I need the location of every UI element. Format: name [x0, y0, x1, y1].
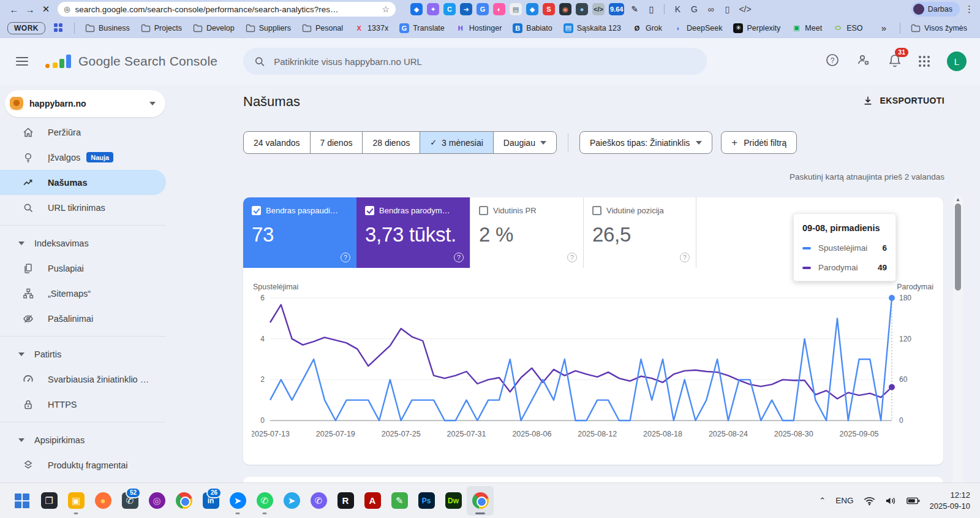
- bookmark-item[interactable]: Pesonal: [302, 23, 343, 33]
- bookmark-item[interactable]: ▤Sąskaita 123: [564, 23, 621, 33]
- dark-sphere-extension-icon[interactable]: ●: [576, 3, 588, 15]
- performance-chart[interactable]: 0026041206180SpustelėjimaiParodymai2025-…: [252, 282, 935, 445]
- notifications-bell-icon[interactable]: 31: [888, 53, 902, 70]
- whatsapp-icon[interactable]: ✆: [251, 486, 278, 516]
- tab-group-work[interactable]: WORK: [7, 22, 45, 34]
- date-chip-24-valandos[interactable]: 24 valandos: [244, 132, 311, 153]
- date-chip-3-mėnesiai[interactable]: ✓3 mėnesiai: [420, 132, 494, 153]
- help-icon[interactable]: ?: [826, 53, 839, 69]
- gsc-logo-icon[interactable]: [45, 55, 71, 68]
- file-explorer-icon[interactable]: ▣: [62, 486, 89, 516]
- devtools-icon[interactable]: </>: [737, 3, 752, 15]
- chrome-icon[interactable]: [170, 486, 197, 516]
- dreamweaver-icon[interactable]: Dw: [440, 486, 467, 516]
- date-chip-28-dienos[interactable]: 28 dienos: [363, 132, 420, 153]
- property-selector[interactable]: happybarn.no: [5, 90, 165, 117]
- blue-c-extension-icon[interactable]: C: [443, 3, 456, 15]
- mirc-icon[interactable]: R: [332, 486, 359, 516]
- acrobat-icon[interactable]: A: [359, 486, 386, 516]
- bookmarks-overflow-icon[interactable]: »: [881, 23, 886, 33]
- wifi-icon[interactable]: [864, 496, 875, 506]
- bookmark-item[interactable]: ◗DeepSeek: [673, 23, 722, 33]
- search-input[interactable]: [274, 56, 696, 67]
- telegram-icon[interactable]: ➤: [278, 486, 305, 516]
- scroll-up-icon[interactable]: ▲: [953, 195, 963, 202]
- settings-user-icon[interactable]: [856, 53, 871, 70]
- sidebar-item-puslapiai[interactable]: Puslapiai: [0, 256, 178, 281]
- editor-icon[interactable]: ✎: [386, 486, 413, 516]
- notes-extension-icon[interactable]: ▤: [510, 3, 522, 15]
- bookmark-item[interactable]: ▣Meet: [791, 23, 822, 33]
- price-tag-extension-icon[interactable]: ◆: [526, 3, 538, 15]
- sidebar-item-https[interactable]: HTTPS: [0, 392, 178, 417]
- sidebar-section-apsipirkimas[interactable]: Apsipirkimas: [0, 427, 178, 452]
- url-inspect-search[interactable]: [243, 48, 707, 75]
- metric-checkbox[interactable]: [252, 206, 261, 215]
- bookmark-item[interactable]: HHostinger: [456, 23, 502, 33]
- metric-tile-3[interactable]: Vidutinis PR2 %?: [470, 197, 583, 268]
- google-apps-icon[interactable]: [919, 56, 930, 67]
- export-button[interactable]: EKSPORTUOTI: [862, 95, 944, 106]
- photoshop-icon[interactable]: Ps: [413, 486, 440, 516]
- bookmark-star-icon[interactable]: ☆: [382, 4, 390, 14]
- bookmark-item[interactable]: GTranslate: [399, 23, 445, 33]
- help-icon[interactable]: ?: [680, 253, 690, 262]
- translate-extension-icon[interactable]: G: [477, 3, 489, 15]
- bookmark-item[interactable]: BBabiato: [513, 23, 552, 33]
- password-key-icon[interactable]: K: [671, 3, 684, 15]
- metric-checkbox[interactable]: [365, 206, 374, 215]
- bookmark-item[interactable]: Suppliers: [246, 23, 291, 33]
- metric-tile-2[interactable]: Bendras parodym…3,73 tūkst.?: [356, 197, 470, 268]
- task-view-icon[interactable]: ❐: [36, 486, 62, 516]
- stop-icon[interactable]: ✕: [38, 4, 54, 15]
- sidebar-item--valgos[interactable]: ĮžvalgosNauja: [0, 145, 178, 170]
- bookmark-item[interactable]: Develop: [193, 23, 235, 33]
- pagespeed-score-extension-icon[interactable]: 9.64: [609, 3, 624, 15]
- link-icon[interactable]: ∞: [704, 3, 717, 15]
- bookmark-item[interactable]: ØGrok: [632, 23, 662, 33]
- bookmark-item[interactable]: Projects: [141, 23, 182, 33]
- eyedropper-extension-icon[interactable]: ✎: [628, 3, 641, 15]
- share-extension-icon[interactable]: ➔: [460, 3, 472, 15]
- date-chip-daugiau[interactable]: Daugiau: [494, 132, 556, 153]
- sidebar-item-na-umas[interactable]: Našumas: [0, 170, 166, 195]
- sidebar-item-pa-alinimai[interactable]: Pašalinimai: [0, 306, 178, 331]
- bookmark-item[interactable]: ✳Perplexity: [733, 23, 780, 33]
- trash-icon[interactable]: ▯: [721, 3, 733, 15]
- clock[interactable]: 12:12 2025-09-10: [930, 490, 971, 511]
- bookmark-item[interactable]: Business: [85, 23, 130, 33]
- chrome-active-icon[interactable]: [467, 486, 494, 516]
- metric-checkbox[interactable]: [479, 206, 488, 215]
- bookmark-all-bookmarks[interactable]: Visos žymės: [911, 23, 967, 33]
- puzzle-extension-icon[interactable]: ✦: [427, 3, 439, 15]
- menu-hamburger-icon[interactable]: [16, 57, 28, 66]
- sidebar-item-svarbiausia-iniatinklio-[interactable]: Svarbiausia žiniatinklio …: [0, 367, 178, 392]
- search-type-chip[interactable]: Paieškos tipas: Žiniatinklis: [579, 131, 712, 154]
- volume-icon[interactable]: [885, 496, 897, 506]
- sidebar-section-patirtis[interactable]: Patirtis: [0, 341, 178, 367]
- page-scrollbar[interactable]: ▲: [953, 195, 963, 482]
- messenger-icon[interactable]: ➤: [224, 486, 251, 516]
- scrollbar-thumb[interactable]: [955, 204, 961, 291]
- viber-icon[interactable]: ✆: [305, 486, 332, 516]
- color-wheel-extension-icon[interactable]: ◐: [493, 3, 505, 15]
- account-avatar[interactable]: L: [947, 51, 967, 71]
- url-text[interactable]: search.google.com/search-console/perform…: [75, 5, 378, 14]
- code-extension-icon[interactable]: </>: [592, 3, 605, 15]
- sidebar-item--sitemaps-[interactable]: „Sitemaps“: [0, 281, 178, 306]
- help-icon[interactable]: ?: [454, 253, 464, 262]
- seo-extension-icon[interactable]: S: [543, 3, 555, 15]
- clipboard-extension-icon[interactable]: ▯: [645, 3, 657, 15]
- address-bar[interactable]: ◎ search.google.com/search-console/perfo…: [58, 2, 396, 17]
- browser-profile-chip[interactable]: Darbas: [911, 2, 960, 17]
- browser-menu-icon[interactable]: ⋮: [965, 4, 974, 15]
- metric-tile-4[interactable]: Vidutinė pozicija26,5?: [583, 197, 696, 268]
- linkedin-icon[interactable]: in26: [197, 486, 224, 516]
- camera-extension-icon[interactable]: ◉: [559, 3, 571, 15]
- tray-chevron-icon[interactable]: ⌃: [819, 496, 826, 505]
- site-settings-icon[interactable]: ◎: [64, 5, 70, 13]
- bookmark-item[interactable]: ⬭ESO: [833, 23, 862, 33]
- sidebar-item-url-tikrinimas[interactable]: URL tikrinimas: [0, 195, 178, 220]
- help-icon[interactable]: ?: [567, 253, 577, 262]
- phone-link-icon[interactable]: ✆52: [116, 486, 143, 516]
